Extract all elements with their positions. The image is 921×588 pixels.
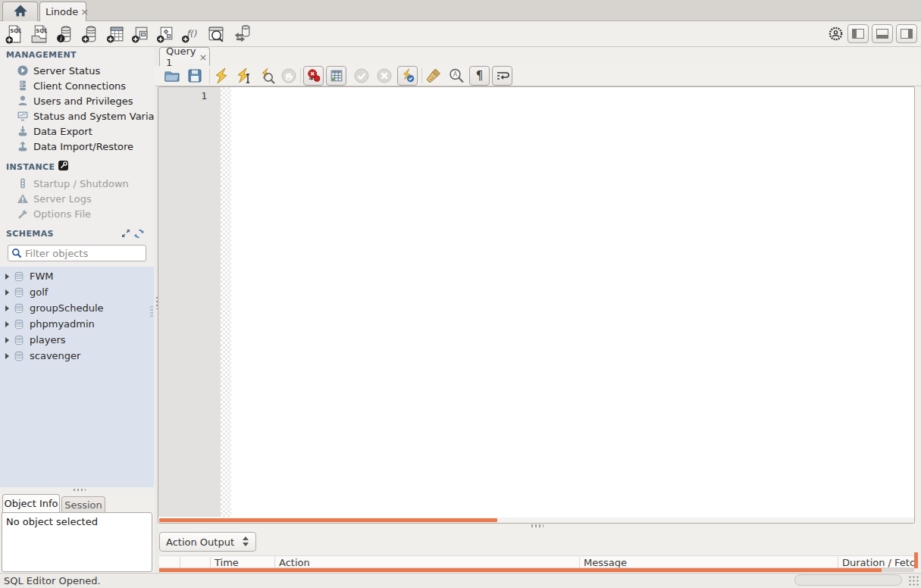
- window-resize-grip[interactable]: [909, 576, 919, 586]
- toggle-right-panel-button[interactable]: [896, 24, 917, 43]
- sidebar-item-data-import[interactable]: Data Import/Restore: [0, 139, 155, 154]
- column-duration-fetch[interactable]: Duration / Fetch: [842, 557, 914, 568]
- column-message[interactable]: Message: [584, 557, 627, 568]
- instance-admin-badge-icon: [58, 161, 68, 173]
- schema-row-groupschedule[interactable]: groupSchedule: [0, 300, 154, 316]
- execute-current-icon[interactable]: [236, 67, 252, 84]
- sidebar-item-server-status[interactable]: Server Status: [0, 63, 155, 78]
- schema-icon: [14, 271, 24, 282]
- editor-hscroll-thumb[interactable]: [159, 518, 497, 522]
- schema-icon: [14, 319, 24, 330]
- sidebar-item-startup-shutdown[interactable]: Startup / Shutdown: [0, 176, 155, 191]
- object-info-message: No object selected: [6, 516, 98, 527]
- schema-list: FWM golf groupSchedule phpmyadmin player: [0, 267, 154, 487]
- status-progress-pill: [794, 574, 902, 586]
- expander-icon[interactable]: [5, 321, 9, 327]
- sidebar-item-options-file[interactable]: Options File: [0, 206, 155, 221]
- toolbar-separator: [300, 68, 301, 83]
- sql-editor[interactable]: 1: [158, 86, 915, 524]
- toggle-left-panel-button[interactable]: [847, 24, 869, 43]
- action-output-vscroll-thumb[interactable]: [914, 552, 918, 568]
- autocommit-toggle[interactable]: [397, 66, 418, 86]
- refresh-schemas-icon[interactable]: [134, 229, 144, 241]
- new-sql-tab-button[interactable]: SQL: [5, 24, 25, 45]
- server-logs-icon: [17, 192, 29, 205]
- invisibles-toggle[interactable]: ¶: [469, 66, 490, 86]
- schema-icon: [14, 287, 24, 298]
- svg-text:f(): f(): [186, 28, 196, 39]
- editor-hscrollbar[interactable]: [159, 518, 914, 523]
- user-icon: [17, 95, 29, 107]
- explain-icon[interactable]: [258, 67, 275, 84]
- line-number: 1: [201, 90, 207, 102]
- window-tab-bar: Linode ×: [0, 0, 921, 21]
- sidebar-item-users-privileges[interactable]: Users and Privileges: [0, 93, 155, 108]
- output-selector[interactable]: Action Output: [159, 532, 256, 552]
- schema-row-players[interactable]: players: [0, 332, 154, 348]
- expand-schemas-icon[interactable]: [121, 229, 130, 240]
- close-icon[interactable]: ×: [199, 52, 208, 63]
- schema-row-scavenger[interactable]: scavenger: [0, 348, 154, 364]
- data-transfer-button[interactable]: [232, 24, 252, 45]
- action-output-hscroll-thumb[interactable]: [159, 568, 882, 572]
- connection-tab[interactable]: Linode ×: [39, 2, 86, 21]
- open-script-icon[interactable]: [164, 67, 180, 84]
- schemas-section-header: SCHEMAS: [6, 229, 54, 239]
- schema-row-fwm[interactable]: FWM: [0, 268, 154, 284]
- tab-object-info[interactable]: Object Info: [2, 494, 60, 512]
- column-time[interactable]: Time: [215, 557, 239, 568]
- schema-filter-input[interactable]: [25, 248, 139, 259]
- create-function-button[interactable]: f(): [180, 24, 201, 45]
- save-script-icon[interactable]: [186, 67, 203, 84]
- schema-filter[interactable]: [8, 245, 146, 261]
- stop-icon[interactable]: [280, 67, 297, 84]
- schema-list-scroll-indicator[interactable]: [150, 306, 153, 317]
- admin-gear-icon[interactable]: [828, 26, 844, 42]
- schema-row-golf[interactable]: golf: [0, 284, 154, 300]
- stop-on-error-toggle[interactable]: [303, 66, 324, 86]
- pilcrow-icon: ¶: [476, 70, 484, 82]
- create-procedure-button[interactable]: [155, 24, 176, 45]
- sidebar-item-data-export[interactable]: Data Export: [0, 124, 155, 139]
- rollback-icon[interactable]: [376, 67, 393, 84]
- column-action[interactable]: Action: [279, 557, 310, 568]
- sidebar: MANAGEMENT Server Status Client Connecti…: [0, 47, 155, 494]
- editor-gutter: 1: [158, 87, 221, 517]
- schema-inspector-button[interactable]: i: [55, 24, 76, 45]
- query-tab[interactable]: Query 1 ×: [159, 47, 210, 66]
- schema-row-phpmyadmin[interactable]: phpmyadmin: [0, 316, 154, 332]
- beautify-icon[interactable]: [425, 67, 442, 84]
- expander-icon[interactable]: [5, 353, 9, 359]
- home-tab[interactable]: [2, 2, 38, 21]
- expander-icon[interactable]: [5, 305, 9, 311]
- open-sql-script-button[interactable]: SQL: [30, 24, 50, 45]
- wrap-toggle[interactable]: [492, 66, 512, 86]
- expander-icon[interactable]: [5, 274, 9, 280]
- execute-icon[interactable]: [213, 67, 230, 84]
- commit-icon[interactable]: [353, 67, 370, 84]
- svg-text:SQL: SQL: [10, 28, 22, 34]
- sidebar-item-status-system-variables[interactable]: Status and System Variables: [0, 108, 155, 124]
- editor-output-splitter-grip[interactable]: [531, 524, 544, 527]
- create-view-button[interactable]: [130, 24, 151, 45]
- action-output-hscrollbar[interactable]: [159, 568, 914, 572]
- create-schema-button[interactable]: [80, 24, 101, 45]
- limit-rows-toggle[interactable]: [326, 66, 346, 86]
- output-selector-label: Action Output: [166, 536, 234, 548]
- schema-icon: [14, 351, 24, 361]
- find-icon[interactable]: A: [448, 67, 465, 84]
- toggle-bottom-panel-button[interactable]: [872, 24, 893, 43]
- sidebar-item-server-logs[interactable]: Server Logs: [0, 191, 155, 206]
- data-import-icon: [17, 140, 29, 152]
- close-icon[interactable]: ×: [80, 6, 89, 17]
- expander-icon[interactable]: [5, 337, 9, 343]
- create-table-button[interactable]: [105, 24, 126, 45]
- editor-fold-margin: [221, 87, 231, 517]
- object-info-panel: No object selected: [2, 512, 152, 572]
- mysql-workbench-window: Linode × SQL SQL i f(): [0, 0, 921, 588]
- tab-session[interactable]: Session: [61, 496, 105, 512]
- sidebar-item-client-connections[interactable]: Client Connections: [0, 78, 155, 93]
- info-panel-splitter-grip[interactable]: [74, 489, 86, 491]
- expander-icon[interactable]: [5, 289, 9, 296]
- search-table-data-button[interactable]: [206, 24, 227, 45]
